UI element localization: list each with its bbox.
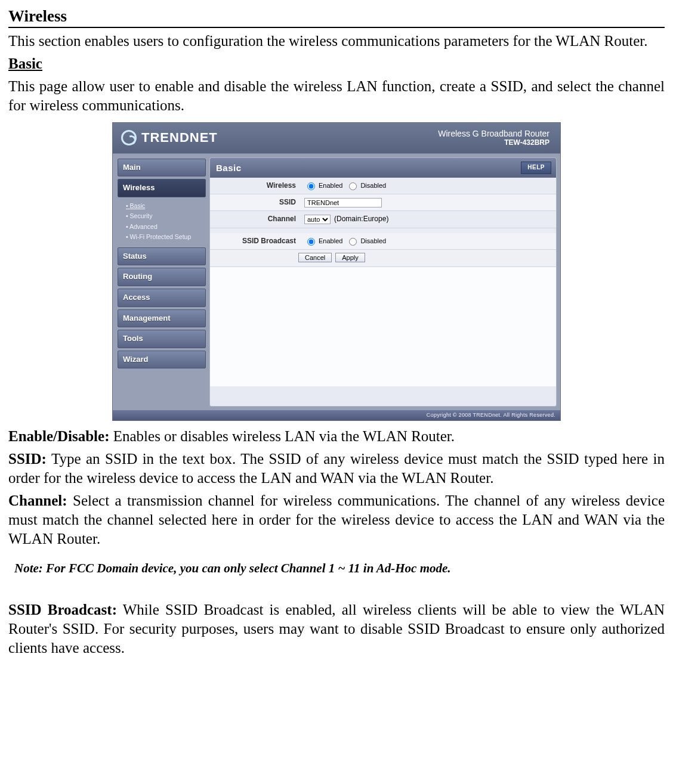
product-model: TEW-432BRP — [438, 138, 549, 147]
ssid-bcast-disabled-radio[interactable]: Disabled — [346, 236, 386, 246]
brand-name: TRENDNET — [141, 129, 218, 146]
nav-wireless-submenu: Basic Security Advanced Wi-Fi Protected … — [118, 200, 206, 247]
channel-label: Channel — [210, 211, 301, 227]
channel-domain-text: (Domain:Europe) — [334, 215, 388, 224]
nav-sub-basic[interactable]: Basic — [126, 201, 205, 211]
channel-desc: Channel: Select a transmission channel f… — [8, 491, 665, 549]
sidebar-nav: Main Wireless Basic Security Advanced Wi… — [113, 154, 209, 410]
ssid-broadcast-label: SSID Broadcast — [210, 233, 301, 249]
nav-sub-wps[interactable]: Wi-Fi Protected Setup — [126, 232, 205, 242]
ssid-input[interactable] — [304, 198, 382, 207]
product-title: Wireless G Broadband Router TEW-432BRP — [438, 129, 549, 147]
nav-routing[interactable]: Routing — [118, 268, 206, 286]
wireless-enabled-radio[interactable]: Enabled — [304, 181, 342, 190]
ssid-desc: SSID: Type an SSID in the text box. The … — [8, 450, 665, 488]
nav-wizard[interactable]: Wizard — [118, 351, 206, 369]
ssid-label: SSID — [210, 194, 301, 210]
nav-sub-advanced[interactable]: Advanced — [126, 222, 205, 232]
router-footer: Copyright © 2008 TRENDnet. All Rights Re… — [113, 410, 560, 421]
section-title-basic: Basic — [8, 54, 665, 73]
ssid-broadcast-term: SSID Broadcast: — [8, 602, 117, 618]
panel-empty-area — [210, 267, 556, 386]
nav-access[interactable]: Access — [118, 289, 206, 307]
router-header: TRENDNET Wireless G Broadband Router TEW… — [113, 123, 560, 154]
ssid-term: SSID: — [8, 451, 47, 467]
nav-tools[interactable]: Tools — [118, 330, 206, 348]
cancel-button[interactable]: Cancel — [298, 253, 332, 262]
ssid-bcast-enabled-radio[interactable]: Enabled — [304, 236, 342, 246]
nav-sub-security[interactable]: Security — [126, 211, 205, 221]
channel-select[interactable]: auto — [304, 215, 331, 224]
nav-wireless[interactable]: Wireless — [118, 179, 206, 197]
nav-main[interactable]: Main — [118, 159, 206, 177]
enable-disable-term: Enable/Disable: — [8, 428, 109, 444]
nav-management[interactable]: Management — [118, 309, 206, 328]
product-name: Wireless G Broadband Router — [438, 129, 549, 139]
trendnet-logo-icon — [121, 130, 137, 145]
fcc-note: Note: For FCC Domain device, you can onl… — [14, 560, 665, 577]
router-screenshot: TRENDNET Wireless G Broadband Router TEW… — [112, 122, 561, 422]
settings-panel: Basic HELP Wireless Enabled Disabled SSI… — [209, 157, 557, 407]
help-button[interactable]: HELP — [521, 162, 551, 174]
wireless-disabled-radio[interactable]: Disabled — [346, 181, 386, 190]
brand-logo: TRENDNET — [121, 129, 218, 146]
intro-paragraph: This section enables users to configurat… — [8, 32, 665, 51]
page-title: Wireless — [8, 6, 665, 28]
channel-term: Channel: — [8, 492, 67, 509]
wireless-label: Wireless — [210, 178, 301, 194]
ssid-broadcast-desc: SSID Broadcast: While SSID Broadcast is … — [8, 600, 665, 658]
basic-intro-paragraph: This page allow user to enable and disab… — [8, 77, 665, 115]
enable-disable-desc: Enable/Disable: Enables or disables wire… — [8, 427, 665, 446]
panel-title-text: Basic — [216, 162, 242, 173]
apply-button[interactable]: Apply — [335, 253, 365, 262]
nav-status[interactable]: Status — [118, 247, 206, 266]
